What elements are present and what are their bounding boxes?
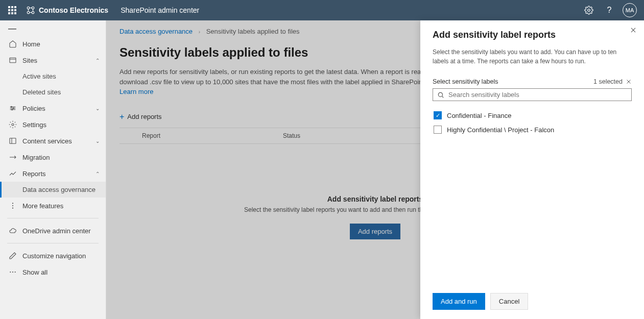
learn-more-link[interactable]: Learn more	[120, 88, 153, 95]
search-labels-input[interactable]	[433, 88, 632, 101]
svg-rect-19	[10, 138, 16, 144]
svg-point-24	[10, 272, 11, 273]
search-field[interactable]	[448, 91, 627, 99]
ellipsis-icon	[8, 268, 17, 276]
nav-migration[interactable]: Migration	[0, 149, 106, 165]
nav-data-access-governance[interactable]: Data access governance	[0, 182, 106, 198]
nav-label: Deleted sites	[22, 88, 61, 96]
svg-point-21	[12, 203, 13, 204]
panel-footer: Add and run Cancel	[433, 285, 632, 310]
nav-label: More features	[22, 202, 63, 210]
svg-point-16	[13, 108, 14, 109]
nav-sidebar: Home Sites ⌃ Active sites Deleted sites …	[0, 20, 106, 319]
svg-point-22	[12, 205, 13, 206]
plus-icon: +	[120, 112, 124, 121]
nav-deleted-sites[interactable]: Deleted sites	[0, 84, 106, 100]
settings-button[interactable]	[579, 0, 599, 20]
app-launcher-button[interactable]	[4, 2, 20, 18]
svg-point-8	[588, 9, 590, 12]
svg-point-26	[15, 272, 16, 273]
svg-point-2	[27, 11, 30, 14]
link-label: Add reports	[127, 113, 161, 120]
nav-label: Settings	[22, 121, 46, 129]
nav-label: Sites	[22, 57, 37, 64]
nav-label: Show all	[22, 268, 47, 276]
nav-active-sites[interactable]: Active sites	[0, 68, 106, 84]
nav-content-services[interactable]: Content services ⌄	[0, 133, 106, 149]
clear-selection-button[interactable]	[626, 79, 632, 85]
policies-icon	[8, 104, 17, 112]
close-icon	[630, 27, 637, 34]
content-services-icon	[8, 137, 17, 145]
nav-reports[interactable]: Reports ⌃	[0, 165, 106, 182]
account-avatar[interactable]: MA	[623, 3, 637, 17]
close-panel-button[interactable]	[630, 27, 637, 34]
checkbox[interactable]: ✓	[434, 111, 442, 119]
nav-label: Migration	[22, 154, 50, 161]
reports-icon	[8, 169, 17, 178]
migration-icon	[8, 153, 17, 161]
nav-show-all[interactable]: Show all	[0, 264, 106, 280]
search-icon	[437, 91, 444, 99]
collapse-nav-button[interactable]	[0, 26, 106, 33]
chevron-up-icon: ⌃	[96, 171, 100, 177]
hamburger-icon	[8, 29, 16, 30]
panel-title: Add sensitivity label reports	[433, 30, 632, 40]
checkbox[interactable]	[434, 126, 442, 134]
cloud-icon	[8, 227, 17, 235]
home-icon	[8, 40, 17, 48]
global-header: Contoso Electronics SharePoint admin cen…	[0, 0, 644, 20]
column-report[interactable]: Report	[120, 132, 283, 139]
nav-more-features[interactable]: More features	[0, 198, 106, 214]
svg-point-25	[12, 272, 13, 273]
chevron-down-icon: ⌄	[96, 138, 100, 144]
nav-home[interactable]: Home	[0, 36, 106, 52]
gear-icon	[8, 120, 17, 129]
add-reports-button[interactable]: Add reports	[350, 224, 400, 239]
add-reports-link[interactable]: + Add reports	[120, 112, 162, 121]
nav-label: Customize navigation	[22, 252, 86, 260]
close-icon	[626, 79, 632, 85]
breadcrumb-current: Sensitivity labels applied to files	[206, 28, 300, 35]
cancel-button[interactable]: Cancel	[490, 293, 528, 310]
nav-customize[interactable]: Customize navigation	[0, 248, 106, 264]
nav-label: Data access governance	[22, 186, 96, 193]
add-reports-panel: Add sensitivity label reports Select the…	[420, 20, 644, 319]
nav-label: Reports	[22, 170, 46, 178]
label-option[interactable]: ✓Confidential - Finance	[433, 108, 632, 122]
svg-point-3	[32, 11, 34, 14]
svg-point-0	[27, 7, 30, 9]
breadcrumb-parent-link[interactable]: Data access governance	[120, 28, 193, 35]
nav-sites[interactable]: Sites ⌃	[0, 52, 106, 68]
svg-rect-10	[10, 58, 16, 62]
chevron-right-icon: ›	[199, 29, 200, 35]
select-labels-heading: Select sensitivity labels	[433, 78, 498, 85]
label-name: Highly Confidential \ Project - Falcon	[447, 126, 554, 134]
app-name: SharePoint admin center	[121, 6, 199, 14]
label-option[interactable]: Highly Confidential \ Project - Falcon	[433, 122, 632, 137]
page-description: Add new reports for sensitivity labels, …	[120, 67, 436, 97]
nav-label: Content services	[22, 137, 72, 145]
svg-point-1	[32, 7, 34, 9]
help-button[interactable]: ?	[599, 0, 619, 20]
nav-label: OneDrive admin center	[22, 227, 91, 235]
divider	[7, 243, 99, 243]
svg-point-31	[438, 92, 442, 96]
nav-label: Home	[22, 40, 40, 48]
svg-point-15	[11, 106, 12, 107]
edit-icon	[8, 252, 17, 260]
waffle-icon	[8, 6, 16, 14]
nav-policies[interactable]: Policies ⌄	[0, 100, 106, 116]
nav-onedrive[interactable]: OneDrive admin center	[0, 223, 106, 239]
svg-point-18	[12, 124, 14, 126]
selected-count: 1 selected	[593, 78, 632, 85]
chevron-up-icon: ⌃	[96, 58, 100, 63]
label-name: Confidential - Finance	[447, 112, 511, 119]
nav-label: Policies	[22, 105, 45, 112]
more-icon	[8, 202, 17, 210]
add-and-run-button[interactable]: Add and run	[433, 293, 485, 310]
org-name[interactable]: Contoso Electronics	[39, 6, 108, 14]
nav-settings[interactable]: Settings	[0, 116, 106, 133]
svg-line-32	[442, 96, 444, 97]
divider	[7, 218, 99, 218]
